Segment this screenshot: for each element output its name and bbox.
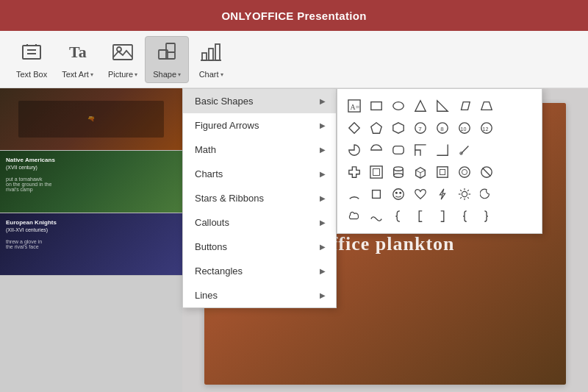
menu-item-rectangles[interactable]: Rectangles ▶ bbox=[183, 259, 336, 283]
menu-item-lines[interactable]: Lines ▶ bbox=[183, 283, 336, 307]
moon-shape-icon[interactable] bbox=[477, 185, 496, 204]
text-shape-icon[interactable]: A= bbox=[345, 96, 364, 115]
circle12-shape-icon[interactable]: 12 bbox=[477, 118, 496, 138]
parallelogram-shape-icon[interactable] bbox=[455, 96, 474, 115]
svg-marker-37 bbox=[349, 167, 359, 177]
slide-item-3[interactable]: European Knights(XII-XVI centuries) thre… bbox=[0, 213, 182, 276]
slide-item-1[interactable]: 🔫 bbox=[0, 88, 182, 151]
square-ring-shape-icon[interactable] bbox=[433, 163, 452, 182]
l-shape-icon[interactable] bbox=[433, 140, 452, 160]
svg-text:7: 7 bbox=[418, 126, 422, 132]
brace-close-shape-icon[interactable] bbox=[477, 207, 496, 226]
svg-line-67 bbox=[460, 197, 462, 199]
svg-marker-20 bbox=[437, 101, 448, 111]
menu-item-math[interactable]: Math ▶ bbox=[183, 138, 336, 162]
frame-shape-icon[interactable] bbox=[367, 163, 386, 182]
rectangle-shape-icon[interactable] bbox=[367, 96, 386, 115]
svg-marker-23 bbox=[349, 123, 359, 133]
dropdown-menu: Basic Shapes ▶ Figured Arrows ▶ Math ▶ C… bbox=[182, 88, 337, 308]
svg-line-66 bbox=[467, 190, 469, 191]
bracket-close-shape-icon[interactable] bbox=[433, 207, 452, 226]
brace-open-shape-icon[interactable] bbox=[455, 207, 474, 226]
shapes-row-5 bbox=[345, 185, 534, 204]
arc-shape-icon[interactable] bbox=[345, 185, 364, 204]
pentagon-shape-icon[interactable] bbox=[367, 118, 386, 138]
svg-point-59 bbox=[462, 191, 467, 196]
cylinder-shape-icon[interactable] bbox=[389, 163, 408, 182]
toolbar-text-art[interactable]: Ta Text Art ▾ bbox=[54, 36, 101, 83]
shapes-row-4 bbox=[345, 163, 534, 182]
smiley-shape-icon[interactable] bbox=[389, 185, 408, 204]
circle-ring-shape-icon[interactable] bbox=[455, 163, 474, 182]
svg-rect-13 bbox=[215, 44, 220, 60]
svg-point-40 bbox=[394, 167, 404, 171]
svg-point-50 bbox=[459, 167, 470, 177]
svg-rect-11 bbox=[202, 53, 207, 60]
svg-rect-39 bbox=[373, 169, 380, 176]
svg-line-53 bbox=[483, 168, 491, 177]
shapes-row-3 bbox=[345, 140, 534, 160]
cube-shape-icon[interactable] bbox=[411, 163, 430, 182]
shapes-row-2: 7 8 10 12 bbox=[345, 118, 534, 138]
title-bar: ONLYOFFICE Presentation bbox=[0, 0, 588, 31]
menu-item-figured-arrows[interactable]: Figured Arrows ▶ bbox=[183, 113, 336, 138]
toolbar: Text Box Ta Text Art ▾ Picture ▾ bbox=[0, 31, 588, 88]
diamond-shape-icon[interactable] bbox=[345, 118, 364, 138]
slide-panel: 🔫 Native Americans(XVII century) put a t… bbox=[0, 88, 182, 392]
pencil-shape-icon[interactable] bbox=[455, 140, 474, 160]
slide-item-2[interactable]: Native Americans(XVII century) put a tom… bbox=[0, 151, 182, 213]
svg-point-43 bbox=[394, 174, 404, 177]
menu-item-callouts[interactable]: Callouts ▶ bbox=[183, 210, 336, 235]
svg-rect-12 bbox=[209, 49, 213, 60]
svg-line-45 bbox=[416, 170, 420, 173]
menu-item-stars-ribbons[interactable]: Stars & Ribbons ▶ bbox=[183, 186, 336, 210]
svg-rect-38 bbox=[370, 166, 382, 178]
shapes-row-6 bbox=[345, 207, 534, 226]
rectangles-chevron: ▶ bbox=[320, 267, 326, 275]
svg-marker-25 bbox=[393, 123, 404, 133]
picture-icon bbox=[111, 40, 135, 67]
toolbar-text-box[interactable]: Text Box bbox=[9, 36, 54, 83]
small-rect-shape-icon[interactable] bbox=[367, 185, 386, 204]
rounded-rect-shape-icon[interactable] bbox=[389, 140, 408, 160]
svg-point-57 bbox=[400, 192, 401, 193]
shape-label: Shape ▾ bbox=[153, 70, 181, 79]
right-triangle-shape-icon[interactable] bbox=[433, 96, 452, 115]
toolbar-picture[interactable]: Picture ▾ bbox=[101, 36, 145, 83]
wave-shape-icon[interactable] bbox=[367, 207, 386, 226]
circle8-shape-icon[interactable]: 8 bbox=[433, 118, 452, 138]
curly-open-shape-icon[interactable] bbox=[389, 207, 408, 226]
heart-shape-icon[interactable] bbox=[411, 185, 430, 204]
bracket-open-shape-icon[interactable] bbox=[411, 207, 430, 226]
cross-shape-icon[interactable] bbox=[345, 163, 364, 182]
circle7-shape-icon[interactable]: 7 bbox=[411, 118, 430, 138]
corner-shape-icon[interactable] bbox=[411, 140, 430, 160]
pie-shape-icon[interactable] bbox=[345, 140, 364, 160]
text-art-arrow: ▾ bbox=[90, 71, 93, 78]
svg-line-64 bbox=[460, 190, 462, 191]
svg-point-51 bbox=[462, 169, 467, 174]
toolbar-chart[interactable]: Chart ▾ bbox=[189, 36, 233, 83]
chart-arrow: ▾ bbox=[220, 71, 223, 78]
svg-marker-19 bbox=[415, 101, 426, 111]
hexagon-shape-icon[interactable] bbox=[389, 118, 408, 138]
triangle-shape-icon[interactable] bbox=[411, 96, 430, 115]
striped-shape-icon[interactable] bbox=[477, 163, 496, 182]
sun-shape-icon[interactable] bbox=[455, 185, 474, 204]
menu-item-basic-shapes[interactable]: Basic Shapes ▶ bbox=[183, 89, 336, 113]
toolbar-shape[interactable]: Shape ▾ bbox=[145, 36, 189, 83]
trapezoid-shape-icon[interactable] bbox=[477, 96, 496, 115]
circle10-shape-icon[interactable]: 10 bbox=[455, 118, 474, 138]
svg-rect-6 bbox=[113, 45, 132, 60]
chart-icon bbox=[199, 40, 223, 67]
oval-shape-icon[interactable] bbox=[389, 96, 408, 115]
picture-arrow: ▾ bbox=[135, 71, 137, 78]
charts-chevron: ▶ bbox=[320, 170, 326, 178]
lightning-shape-icon[interactable] bbox=[433, 185, 452, 204]
menu-item-charts[interactable]: Charts ▶ bbox=[183, 162, 336, 186]
svg-rect-34 bbox=[393, 146, 404, 154]
cloud-shape-icon[interactable] bbox=[345, 207, 364, 226]
chord-shape-icon[interactable] bbox=[367, 140, 386, 160]
menu-item-buttons[interactable]: Buttons ▶ bbox=[183, 235, 336, 259]
svg-text:Ta: Ta bbox=[69, 43, 87, 61]
